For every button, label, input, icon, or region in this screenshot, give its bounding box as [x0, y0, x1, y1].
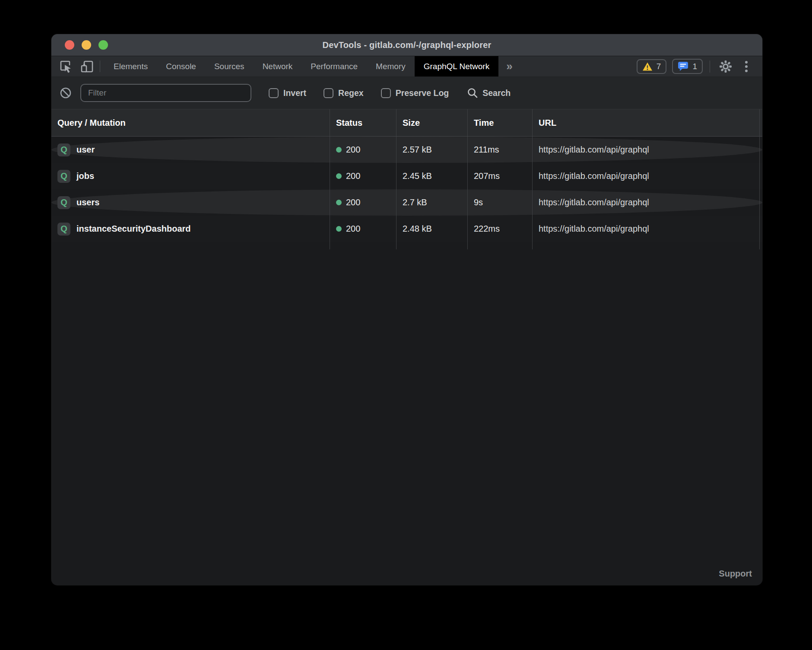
- invert-checkbox[interactable]: [269, 88, 279, 98]
- toolbar-separator: [100, 61, 100, 72]
- warnings-badge[interactable]: 7: [637, 59, 667, 74]
- warning-count: 7: [657, 62, 661, 71]
- column-header-status[interactable]: Status: [330, 109, 396, 136]
- preserve-log-checkbox-group: Preserve Log: [381, 88, 449, 98]
- more-options-button[interactable]: [740, 58, 753, 75]
- search-icon: [467, 87, 478, 99]
- panel-tabs: Elements Console Sources Network Perform…: [105, 56, 498, 76]
- status-ok-dot: [336, 226, 342, 232]
- table-row[interactable]: Q users 200 2.7 kB 9s https://gitlab.com…: [51, 189, 762, 216]
- search-label: Search: [482, 88, 511, 98]
- status-ok-dot: [336, 147, 342, 153]
- tab-elements[interactable]: Elements: [105, 56, 157, 76]
- device-toolbar-icon: [79, 59, 94, 74]
- column-header-time[interactable]: Time: [468, 109, 533, 136]
- table-row[interactable]: Q jobs 200 2.45 kB 207ms https://gitlab.…: [51, 163, 762, 189]
- response-size: 2.57 kB: [396, 137, 468, 163]
- query-type-badge: Q: [57, 170, 70, 183]
- filter-toolbar: Invert Regex Preserve Log Search: [51, 77, 762, 109]
- query-name: user: [76, 145, 95, 155]
- block-icon: [60, 87, 72, 99]
- request-url: https://gitlab.com/api/graphql: [533, 216, 762, 242]
- gear-icon: [719, 60, 733, 73]
- issues-badge[interactable]: 1: [672, 59, 703, 74]
- column-header-query[interactable]: Query / Mutation: [51, 109, 330, 136]
- query-type-badge: Q: [57, 196, 70, 209]
- status-code: 200: [346, 224, 360, 234]
- regex-label: Regex: [338, 88, 364, 98]
- invert-label: Invert: [283, 88, 306, 98]
- support-link[interactable]: Support: [719, 569, 752, 579]
- search-button[interactable]: Search: [467, 87, 511, 99]
- window-title: DevTools - gitlab.com/-/graphql-explorer: [51, 40, 762, 50]
- response-time: 207ms: [468, 163, 533, 189]
- url-column-right-divider: [759, 109, 760, 249]
- preserve-log-checkbox[interactable]: [381, 88, 391, 98]
- title-bar: DevTools - gitlab.com/-/graphql-explorer: [51, 34, 762, 56]
- minimize-button[interactable]: [82, 40, 91, 50]
- traffic-lights: [65, 34, 108, 56]
- requests-table: Query / Mutation Status Size Time URL Q …: [51, 109, 762, 585]
- zoom-button[interactable]: [98, 40, 108, 50]
- tab-network[interactable]: Network: [254, 56, 302, 76]
- query-name: users: [76, 198, 99, 207]
- status-code: 200: [346, 171, 360, 181]
- toggle-device-toolbar-button[interactable]: [78, 58, 95, 75]
- regex-checkbox[interactable]: [324, 88, 333, 98]
- devtools-window: DevTools - gitlab.com/-/graphql-explorer: [51, 34, 762, 585]
- invert-checkbox-group: Invert: [269, 88, 306, 98]
- table-row[interactable]: Q user 200 2.57 kB 211ms https://gitlab.…: [51, 137, 762, 163]
- settings-button[interactable]: [717, 58, 734, 75]
- filter-input[interactable]: [80, 84, 251, 102]
- close-button[interactable]: [65, 40, 74, 50]
- response-size: 2.7 kB: [396, 189, 468, 216]
- preserve-log-label: Preserve Log: [396, 88, 449, 98]
- query-type-badge: Q: [57, 223, 70, 236]
- response-size: 2.45 kB: [396, 163, 468, 189]
- regex-checkbox-group: Regex: [324, 88, 364, 98]
- query-name: instanceSecurityDashboard: [76, 224, 191, 234]
- query-name: jobs: [76, 171, 94, 181]
- inspect-cursor-icon: [59, 59, 73, 74]
- kebab-menu-icon: [745, 60, 748, 73]
- tab-performance[interactable]: Performance: [301, 56, 367, 76]
- devtools-tab-bar: Elements Console Sources Network Perform…: [51, 56, 762, 77]
- response-time: 211ms: [468, 137, 533, 163]
- response-size: 2.48 kB: [396, 216, 468, 242]
- request-url: https://gitlab.com/api/graphql: [533, 189, 762, 216]
- clear-button[interactable]: [58, 84, 73, 102]
- controls-separator: [710, 61, 710, 73]
- warning-icon: [642, 62, 653, 71]
- request-url: https://gitlab.com/api/graphql: [533, 163, 762, 189]
- column-header-size[interactable]: Size: [396, 109, 468, 136]
- tab-graphql-network[interactable]: GraphQL Network: [415, 56, 498, 76]
- request-url: https://gitlab.com/api/graphql: [533, 137, 762, 163]
- status-ok-dot: [336, 200, 342, 205]
- inspect-element-button[interactable]: [57, 58, 75, 75]
- message-icon: [678, 61, 688, 71]
- tab-console[interactable]: Console: [157, 56, 205, 76]
- column-header-url[interactable]: URL: [533, 109, 762, 136]
- status-code: 200: [346, 145, 360, 155]
- column-divider-extension: [51, 242, 762, 249]
- query-type-badge: Q: [57, 143, 70, 156]
- more-tabs-button[interactable]: »: [498, 56, 520, 76]
- status-code: 200: [346, 198, 360, 207]
- tab-memory[interactable]: Memory: [367, 56, 415, 76]
- tab-sources[interactable]: Sources: [205, 56, 254, 76]
- response-time: 222ms: [468, 216, 533, 242]
- table-header-row: Query / Mutation Status Size Time URL: [51, 109, 762, 137]
- table-row[interactable]: Q instanceSecurityDashboard 200 2.48 kB …: [51, 216, 762, 242]
- message-count: 1: [692, 62, 697, 71]
- response-time: 9s: [468, 189, 533, 216]
- status-ok-dot: [336, 173, 342, 179]
